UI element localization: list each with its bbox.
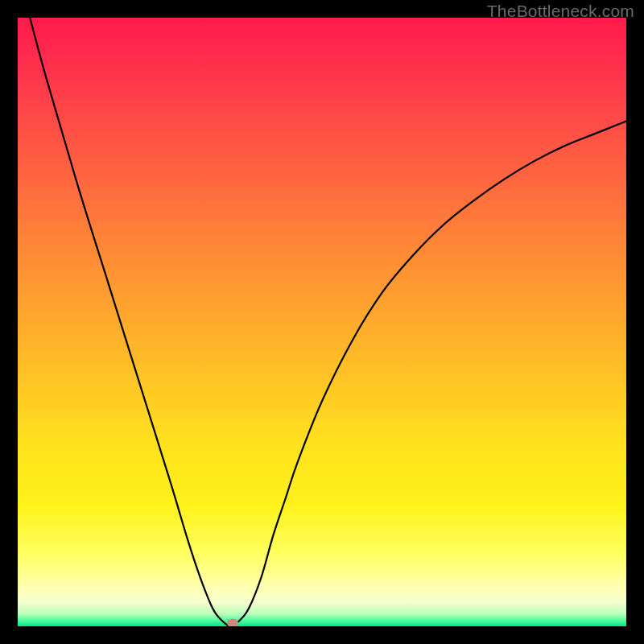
watermark-text: TheBottleneck.com bbox=[487, 2, 634, 21]
optimal-point-marker bbox=[227, 619, 238, 626]
plot-area bbox=[18, 18, 626, 626]
chart-frame: TheBottleneck.com bbox=[0, 0, 644, 644]
bottleneck-curve bbox=[18, 18, 626, 626]
